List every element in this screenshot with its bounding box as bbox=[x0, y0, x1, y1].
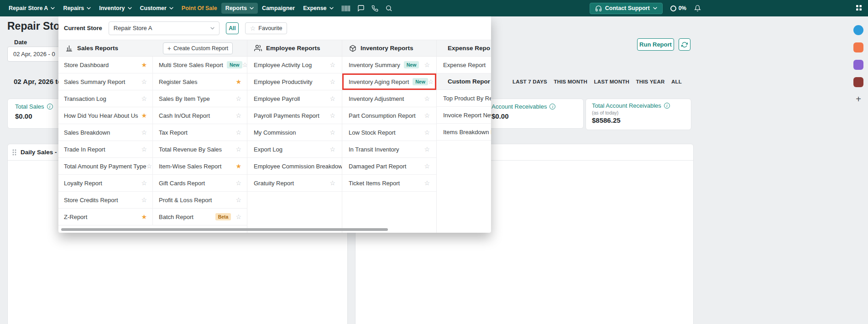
report-link[interactable]: Sales Summary Report bbox=[64, 78, 125, 85]
report-link[interactable]: Trade In Report bbox=[64, 146, 105, 153]
favorite-star-icon[interactable]: ☆ bbox=[235, 129, 241, 136]
report-link[interactable]: Item-Wise Sales Report bbox=[159, 163, 221, 170]
filter-all-button[interactable]: All bbox=[226, 22, 239, 34]
report-link[interactable]: Sales Breakdown bbox=[64, 129, 110, 136]
favorite-star-icon[interactable]: ★ bbox=[235, 163, 241, 169]
report-link[interactable]: Export Log bbox=[254, 146, 282, 153]
chat-bubble-icon[interactable] bbox=[357, 5, 365, 12]
favorite-star-icon[interactable]: ☆ bbox=[329, 180, 335, 186]
favorite-star-icon[interactable]: ☆ bbox=[141, 146, 147, 152]
favorite-star-icon[interactable]: ☆ bbox=[329, 146, 335, 152]
favorite-star-icon[interactable]: ☆ bbox=[329, 129, 335, 136]
favorite-star-icon[interactable]: ☆ bbox=[235, 180, 241, 186]
nav-store-menu[interactable]: Repair Store A bbox=[5, 3, 59, 14]
nav-item-inventory[interactable]: Inventory bbox=[95, 3, 136, 14]
report-link[interactable]: Ticket Items Report bbox=[349, 180, 400, 187]
favorite-star-icon[interactable]: ☆ bbox=[235, 197, 241, 203]
favorite-star-icon[interactable]: ★ bbox=[141, 112, 147, 119]
report-link[interactable]: Tax Report bbox=[159, 129, 188, 136]
report-link[interactable]: Low Stock Report bbox=[349, 129, 396, 136]
nav-item-point-of-sale[interactable]: Point Of Sale bbox=[178, 3, 221, 14]
nav-item-expense[interactable]: Expense bbox=[299, 3, 337, 14]
report-link[interactable]: Cash In/Out Report bbox=[159, 112, 210, 119]
favorite-star-icon[interactable]: ★ bbox=[235, 78, 241, 85]
report-link[interactable]: Top Product By Revenu bbox=[443, 95, 491, 102]
run-report-button[interactable]: Run Report bbox=[637, 38, 674, 51]
report-link[interactable]: Loyalty Report bbox=[64, 180, 102, 187]
report-link[interactable]: In Transit Inventory bbox=[349, 146, 399, 153]
favourite-filter-button[interactable]: ☆ Favourite bbox=[245, 22, 288, 34]
report-link[interactable]: Invoice Report New bbox=[443, 112, 491, 119]
report-link[interactable]: Inventory Adjustment bbox=[349, 95, 404, 102]
current-store-select[interactable]: Repair Store A bbox=[109, 21, 220, 35]
report-link[interactable]: Transaction Log bbox=[64, 95, 106, 102]
report-link[interactable]: Expense Report bbox=[443, 62, 486, 68]
quick-app-icon-1[interactable] bbox=[853, 25, 863, 35]
report-link[interactable]: Multi Store Sales Report bbox=[159, 62, 223, 68]
report-link[interactable]: Inventory Aging Report bbox=[349, 78, 409, 85]
report-link[interactable]: Part Consumption Report bbox=[349, 112, 416, 119]
horizontal-scrollbar[interactable] bbox=[61, 228, 388, 231]
report-link[interactable]: Register Sales bbox=[159, 78, 198, 85]
report-link[interactable]: Payroll Payments Report bbox=[254, 112, 319, 119]
favorite-star-icon[interactable]: ☆ bbox=[235, 146, 241, 152]
quick-app-icon-4[interactable] bbox=[853, 77, 863, 87]
tab-this-year[interactable]: THIS YEAR bbox=[636, 79, 665, 84]
quick-app-icon-3[interactable] bbox=[853, 60, 863, 70]
phone-icon[interactable] bbox=[371, 5, 378, 12]
info-icon[interactable]: i bbox=[47, 104, 53, 110]
report-link[interactable]: Profit & Loss Report bbox=[159, 197, 212, 204]
apps-grid-icon[interactable] bbox=[856, 5, 862, 11]
nav-item-customer[interactable]: Customer bbox=[136, 3, 178, 14]
favorite-star-icon[interactable]: ☆ bbox=[329, 78, 335, 85]
favorite-star-icon[interactable]: ☆ bbox=[141, 197, 147, 203]
nav-item-campaigner[interactable]: Campaigner bbox=[258, 3, 299, 14]
quick-app-icon-2[interactable] bbox=[853, 42, 863, 52]
favorite-star-icon[interactable]: ☆ bbox=[424, 180, 430, 186]
report-link[interactable]: Total Amount By Payment Type bbox=[64, 163, 146, 170]
report-link[interactable]: Employee Commission Breakdown bbox=[254, 163, 342, 170]
storage-usage-indicator[interactable]: 0% bbox=[670, 5, 686, 11]
favorite-star-icon[interactable]: ☆ bbox=[235, 214, 241, 220]
report-link[interactable]: My Commission bbox=[254, 129, 296, 136]
favorite-star-icon[interactable]: ★ bbox=[141, 214, 147, 220]
tab-last-month[interactable]: LAST MONTH bbox=[594, 79, 629, 84]
report-link[interactable]: Employee Payroll bbox=[254, 95, 300, 102]
info-icon[interactable]: i bbox=[549, 104, 555, 110]
tab-last-7-days[interactable]: LAST 7 DAYS bbox=[512, 79, 547, 84]
favorite-star-icon[interactable]: ☆ bbox=[242, 62, 247, 68]
report-link[interactable]: Batch Report bbox=[159, 214, 193, 220]
favorite-star-icon[interactable]: ☆ bbox=[141, 95, 147, 102]
favorite-star-icon[interactable]: ★ bbox=[141, 62, 147, 68]
report-link[interactable]: Employee Productivity bbox=[254, 78, 313, 85]
nav-item-reports[interactable]: Reports bbox=[221, 3, 258, 14]
report-link[interactable]: Employee Activity Log bbox=[254, 62, 312, 68]
favorite-star-icon[interactable]: ☆ bbox=[428, 78, 434, 85]
favorite-star-icon[interactable]: ☆ bbox=[141, 129, 147, 136]
favorite-star-icon[interactable]: ☆ bbox=[424, 163, 430, 169]
report-link[interactable]: Store Dashboard bbox=[64, 62, 109, 68]
report-link[interactable]: Inventory Summary bbox=[349, 62, 400, 68]
favorite-star-icon[interactable]: ☆ bbox=[424, 62, 430, 68]
contact-support-button[interactable]: Contact Support bbox=[590, 3, 663, 14]
favorite-star-icon[interactable]: ☆ bbox=[146, 163, 152, 169]
favorite-star-icon[interactable]: ☆ bbox=[424, 146, 430, 152]
report-link[interactable]: Items Breakdown Repo bbox=[443, 129, 491, 136]
report-link[interactable]: Store Credits Report bbox=[64, 197, 118, 204]
barcode-scan-icon[interactable] bbox=[341, 5, 350, 12]
favorite-star-icon[interactable]: ☆ bbox=[329, 112, 335, 119]
favorite-star-icon[interactable]: ☆ bbox=[424, 95, 430, 102]
tab-all[interactable]: ALL bbox=[671, 79, 682, 84]
refresh-report-button[interactable] bbox=[679, 38, 690, 51]
favorite-star-icon[interactable]: ☆ bbox=[424, 112, 430, 119]
drag-handle-icon[interactable] bbox=[12, 149, 16, 156]
report-link[interactable]: Gift Cards Report bbox=[159, 180, 205, 187]
search-icon[interactable] bbox=[385, 5, 392, 12]
favorite-star-icon[interactable]: ☆ bbox=[329, 95, 335, 102]
report-link[interactable]: How Did You Hear About Us bbox=[64, 112, 138, 119]
info-icon[interactable]: i bbox=[664, 103, 670, 109]
favorite-star-icon[interactable]: ☆ bbox=[141, 180, 147, 186]
add-quick-app-button[interactable]: + bbox=[856, 94, 861, 104]
report-link[interactable]: Z-Report bbox=[64, 214, 87, 220]
tab-this-month[interactable]: THIS MONTH bbox=[554, 79, 587, 84]
